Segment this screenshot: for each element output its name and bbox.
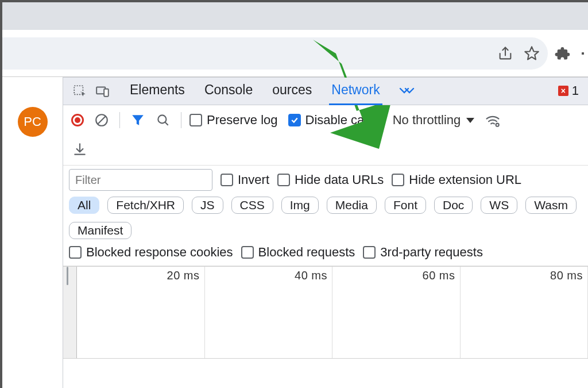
network-timeline-overview[interactable]: 20 ms 40 ms 60 ms 80 ms [63,266,588,358]
invert-checkbox[interactable]: Invert [220,172,269,187]
network-conditions-icon[interactable] [482,110,503,130]
avatar[interactable]: PC [18,107,48,137]
third-party-requests-label: 3rd-party requests [380,245,483,260]
tab-sources[interactable]: ources [270,78,314,105]
third-party-requests-checkbox[interactable]: 3rd-party requests [363,245,483,260]
tab-network[interactable]: Network [329,78,382,105]
network-table-header-placeholder [63,358,588,372]
svg-point-10 [158,115,166,123]
more-tabs-icon[interactable] [399,84,416,98]
filter-icon[interactable] [128,110,148,130]
error-count-badge[interactable]: × 1 [558,83,579,98]
svg-rect-2 [582,52,584,55]
network-filterbar: Invert Hide data URLs Hide extension URL… [63,166,588,266]
browser-toolbar [2,30,588,77]
avatar-initials: PC [24,114,41,129]
separator [119,112,120,128]
throttling-value: No throttling [393,113,461,128]
filter-type-manifest[interactable]: Manifest [69,222,131,239]
svg-line-11 [165,122,168,125]
hide-extension-urls-checkbox[interactable]: Hide extension URL [392,172,521,187]
preserve-log-label: Preserve log [207,113,278,128]
star-icon[interactable] [524,45,540,62]
inspect-element-icon[interactable] [70,82,90,101]
filter-type-js[interactable]: JS [192,197,223,214]
filter-type-ws[interactable]: WS [481,197,517,214]
svg-rect-6 [104,89,109,96]
clear-icon[interactable] [92,110,111,130]
disable-cache-checkbox[interactable]: Disable cache [288,113,385,128]
preserve-log-checkbox[interactable]: Preserve log [189,113,278,128]
filter-type-font[interactable]: Font [385,197,426,214]
filter-type-media[interactable]: Media [327,197,377,214]
error-icon: × [558,86,568,96]
browser-tab-strip-placeholder [2,2,588,30]
timeline-tick-2: 40 ms [295,269,327,282]
separator [181,112,181,128]
svg-rect-4 [74,86,83,94]
filter-type-css[interactable]: CSS [231,197,273,214]
filter-type-wasm[interactable]: Wasm [525,197,577,214]
chevron-down-icon [466,118,474,123]
svg-line-8 [98,117,106,124]
timeline-tick-4: 80 ms [550,269,583,282]
disable-cache-label: Disable cache [305,113,385,128]
page-left-edge: PC [2,77,63,388]
hide-data-urls-checkbox[interactable]: Hide data URLs [277,172,384,187]
devtools-panel: Elements Console ources Network × 1 [63,77,588,388]
svg-marker-1 [525,47,538,59]
filter-input[interactable] [69,169,212,191]
svg-marker-9 [132,115,144,125]
blocked-requests-checkbox[interactable]: Blocked requests [241,245,355,260]
blocked-response-cookies-checkbox[interactable]: Blocked response cookies [69,245,233,260]
tab-console[interactable]: Console [202,78,255,105]
hide-data-urls-label: Hide data URLs [295,172,384,187]
search-icon[interactable] [153,110,173,130]
devtools-tabstrip: Elements Console ources Network × 1 [63,78,588,105]
blocked-requests-label: Blocked requests [258,245,355,260]
share-icon[interactable] [497,45,513,62]
hide-extension-urls-label: Hide extension URL [409,172,521,187]
error-count: 1 [572,83,579,98]
record-button[interactable] [69,112,86,129]
network-main-toolbar: Preserve log Disable cache No throttling [63,105,588,166]
profile-icon[interactable] [581,45,585,62]
blocked-response-cookies-label: Blocked response cookies [86,245,233,260]
device-toolbar-icon[interactable] [93,82,113,101]
address-bar[interactable] [1,37,548,70]
timeline-tick-1: 20 ms [167,269,200,282]
filter-type-img[interactable]: Img [281,197,319,214]
tab-elements[interactable]: Elements [127,78,187,105]
throttling-select[interactable]: No throttling [393,113,475,128]
timeline-tick-3: 60 ms [423,269,455,282]
filter-type-fetch-xhr[interactable]: Fetch/XHR [107,197,184,214]
extensions-icon[interactable] [555,45,571,62]
filter-type-doc[interactable]: Doc [434,197,473,214]
invert-label: Invert [238,172,269,187]
svg-point-12 [496,124,499,126]
download-har-icon[interactable] [70,140,582,159]
filter-type-all[interactable]: All [69,197,99,214]
